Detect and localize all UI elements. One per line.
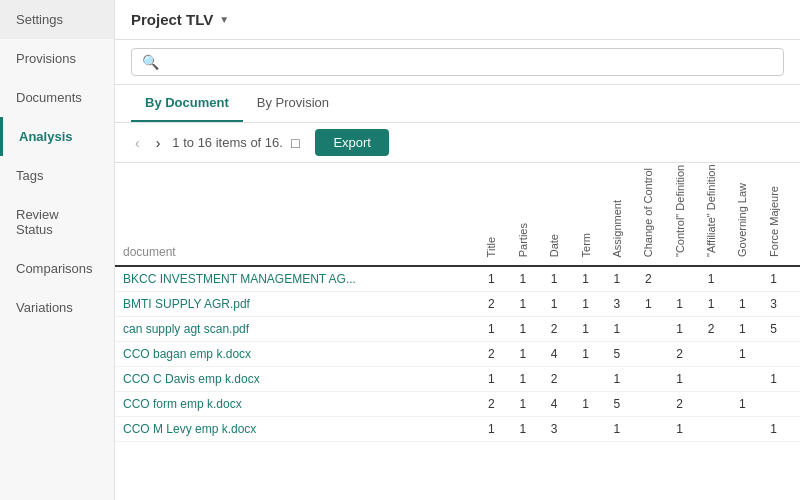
cell-r5-c5 (633, 392, 664, 417)
cell-r0-c9: 1 (758, 266, 789, 292)
cell-r2-c7: 2 (695, 317, 726, 342)
cell-r0-c6 (664, 266, 695, 292)
project-title: Project TLV ▼ (131, 11, 229, 28)
cell-r0-c2: 1 (539, 266, 570, 292)
search-input-wrap[interactable]: 🔍 (131, 48, 784, 76)
cell-r0-c7: 1 (695, 266, 726, 292)
cell-r1-c8: 1 (727, 292, 758, 317)
cell-r1-c9: 3 (758, 292, 789, 317)
export-button[interactable]: Export (315, 129, 389, 156)
cell-r6-c4: 1 (601, 417, 632, 442)
project-title-text: Project TLV (131, 11, 213, 28)
doc-name-cell[interactable]: CCO C Davis emp k.docx (115, 367, 476, 392)
table-row: BMTI SUPPLY AGR.pdf211131111342 (115, 292, 800, 317)
cell-r4-c1: 1 (507, 367, 538, 392)
cell-r1-c1: 1 (507, 292, 538, 317)
cell-r6-c6: 1 (664, 417, 695, 442)
cell-r2-c10: 1 (789, 317, 800, 342)
doc-name-cell[interactable]: CCO form emp k.docx (115, 392, 476, 417)
table-row: can supply agt scan.pdf1121112151 (115, 317, 800, 342)
prev-page-button[interactable]: ‹ (131, 133, 144, 153)
sidebar-item-tags[interactable]: Tags (0, 156, 114, 195)
sidebar-item-review-status[interactable]: Review Status (0, 195, 114, 249)
cell-r2-c0: 1 (476, 317, 507, 342)
doc-name-cell[interactable]: BMTI SUPPLY AGR.pdf (115, 292, 476, 317)
tab-by-provision[interactable]: By Provision (243, 85, 343, 122)
sidebar-item-analysis[interactable]: Analysis (0, 117, 114, 156)
sidebar-item-settings[interactable]: Settings (0, 0, 114, 39)
col-header-parties: Parties (507, 163, 538, 266)
cell-r3-c3: 1 (570, 342, 601, 367)
cell-r2-c1: 1 (507, 317, 538, 342)
cell-r4-c3 (570, 367, 601, 392)
search-input[interactable] (165, 55, 773, 70)
pagination-settings-icon[interactable]: □ (291, 135, 299, 151)
project-dropdown-icon[interactable]: ▼ (219, 14, 229, 25)
cell-r3-c2: 4 (539, 342, 570, 367)
cell-r4-c8 (727, 367, 758, 392)
doc-name-cell[interactable]: CCO M Levy emp k.docx (115, 417, 476, 442)
cell-r6-c8 (727, 417, 758, 442)
cell-r4-c4: 1 (601, 367, 632, 392)
cell-r0-c0: 1 (476, 266, 507, 292)
pagination-bar: ‹ › 1 to 16 items of 16. □ Export (115, 123, 800, 163)
table-wrap: document TitlePartiesDateTermAssignmentC… (115, 163, 800, 500)
tab-by-document[interactable]: By Document (131, 85, 243, 122)
cell-r6-c1: 1 (507, 417, 538, 442)
cell-r4-c7 (695, 367, 726, 392)
cell-r1-c0: 2 (476, 292, 507, 317)
cell-r5-c1: 1 (507, 392, 538, 417)
cell-r3-c1: 1 (507, 342, 538, 367)
table-row: CCO M Levy emp k.docx1131112 (115, 417, 800, 442)
cell-r6-c0: 1 (476, 417, 507, 442)
sidebar-item-variations[interactable]: Variations (0, 288, 114, 327)
doc-name-cell[interactable]: can supply agt scan.pdf (115, 317, 476, 342)
cell-r3-c9 (758, 342, 789, 367)
table-row: BKCC INVESTMENT MANAGEMENT AG...11111211… (115, 266, 800, 292)
cell-r2-c4: 1 (601, 317, 632, 342)
cell-r0-c3: 1 (570, 266, 601, 292)
col-header-assignment: Assignment (601, 163, 632, 266)
col-header-change-of-control: Change of Control (633, 163, 664, 266)
doc-column-header: document (115, 163, 476, 266)
cell-r0-c10 (789, 266, 800, 292)
cell-r6-c3 (570, 417, 601, 442)
sidebar-item-comparisons[interactable]: Comparisons (0, 249, 114, 288)
cell-r3-c0: 2 (476, 342, 507, 367)
cell-r6-c10 (789, 417, 800, 442)
cell-r2-c3: 1 (570, 317, 601, 342)
cell-r1-c7: 1 (695, 292, 726, 317)
table-row: CCO bagan emp k.docx214152113 (115, 342, 800, 367)
cell-r4-c6: 1 (664, 367, 695, 392)
cell-r3-c6: 2 (664, 342, 695, 367)
cell-r6-c2: 3 (539, 417, 570, 442)
sidebar-item-documents[interactable]: Documents (0, 78, 114, 117)
cell-r2-c9: 5 (758, 317, 789, 342)
cell-r0-c4: 1 (601, 266, 632, 292)
cell-r6-c5 (633, 417, 664, 442)
cell-r1-c10: 4 (789, 292, 800, 317)
pagination-text: 1 to 16 items of 16. (172, 135, 283, 150)
table-header-row: document TitlePartiesDateTermAssignmentC… (115, 163, 800, 266)
doc-name-cell[interactable]: CCO bagan emp k.docx (115, 342, 476, 367)
cell-r3-c5 (633, 342, 664, 367)
main-content: Project TLV ▼ 🔍 By DocumentBy Provision … (115, 0, 800, 500)
col-header-force-majeure: Force Majeure (758, 163, 789, 266)
cell-r5-c4: 5 (601, 392, 632, 417)
cell-r6-c7 (695, 417, 726, 442)
cell-r5-c10: 1 (789, 392, 800, 417)
cell-r5-c9 (758, 392, 789, 417)
cell-r3-c7 (695, 342, 726, 367)
cell-r0-c1: 1 (507, 266, 538, 292)
cell-r1-c2: 1 (539, 292, 570, 317)
sidebar-item-provisions[interactable]: Provisions (0, 39, 114, 78)
next-page-button[interactable]: › (152, 133, 165, 153)
cell-r5-c7 (695, 392, 726, 417)
col-header--control-definition: "Control" Definition (664, 163, 695, 266)
search-icon: 🔍 (142, 54, 159, 70)
sidebar: SettingsProvisionsDocumentsAnalysisTagsR… (0, 0, 115, 500)
col-header-indemnity: Indemnity (789, 163, 800, 266)
col-header-governing-law: Governing Law (727, 163, 758, 266)
doc-name-cell[interactable]: BKCC INVESTMENT MANAGEMENT AG... (115, 266, 476, 292)
cell-r4-c0: 1 (476, 367, 507, 392)
